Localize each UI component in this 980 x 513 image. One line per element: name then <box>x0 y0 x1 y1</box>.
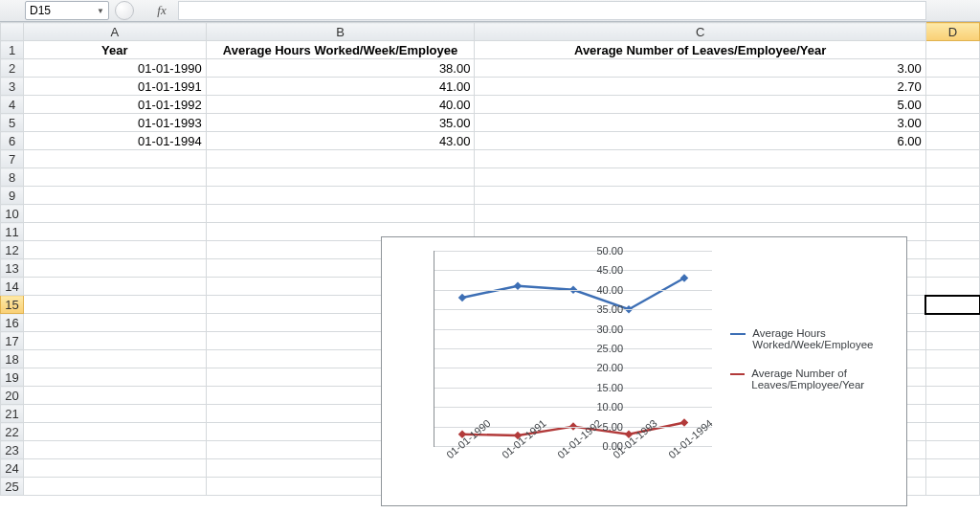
row-header-21[interactable]: 21 <box>1 405 24 423</box>
cell-D22[interactable] <box>925 423 979 441</box>
cell-D7[interactable] <box>925 150 979 168</box>
cell-A23[interactable] <box>24 441 207 459</box>
cell-B5[interactable]: 35.00 <box>206 114 475 132</box>
cell-A25[interactable] <box>24 478 207 496</box>
cell-D5[interactable] <box>925 114 979 132</box>
cell-D11[interactable] <box>925 223 979 241</box>
cancel-icon[interactable] <box>115 1 134 20</box>
cell-B10[interactable] <box>206 205 475 223</box>
chart[interactable]: Average Hours Worked/Week/Employee Avera… <box>381 236 907 506</box>
cell-A16[interactable] <box>24 314 207 332</box>
cell-B8[interactable] <box>206 168 475 187</box>
cell-B7[interactable] <box>206 150 475 168</box>
cell-A12[interactable] <box>24 241 207 259</box>
row-header-17[interactable]: 17 <box>1 332 24 350</box>
cell-D9[interactable] <box>925 187 979 205</box>
cell-D1[interactable] <box>925 41 979 59</box>
cell-A20[interactable] <box>24 387 207 405</box>
cell-B1[interactable]: Average Hours Worked/Week/Employee <box>206 41 475 59</box>
row-header-3[interactable]: 3 <box>1 78 24 96</box>
cell-C6[interactable]: 6.00 <box>475 132 925 150</box>
cell-B4[interactable]: 40.00 <box>206 96 475 114</box>
cell-C4[interactable]: 5.00 <box>475 96 925 114</box>
cell-A1[interactable]: Year <box>24 41 207 59</box>
cell-D21[interactable] <box>925 405 979 423</box>
cell-D14[interactable] <box>925 278 979 296</box>
cell-A19[interactable] <box>24 368 207 387</box>
cell-A7[interactable] <box>24 150 207 168</box>
row-header-4[interactable]: 4 <box>1 96 24 114</box>
cell-B3[interactable]: 41.00 <box>206 78 475 96</box>
cell-C9[interactable] <box>475 187 925 205</box>
row-header-2[interactable]: 2 <box>1 59 24 78</box>
row-header-6[interactable]: 6 <box>1 132 24 150</box>
row-header-19[interactable]: 19 <box>1 368 24 387</box>
row-header-20[interactable]: 20 <box>1 387 24 405</box>
name-box-dropdown-icon[interactable]: ▼ <box>97 7 104 15</box>
cell-A17[interactable] <box>24 332 207 350</box>
cell-A21[interactable] <box>24 405 207 423</box>
cell-A18[interactable] <box>24 350 207 368</box>
cell-D15[interactable] <box>925 296 979 314</box>
row-header-25[interactable]: 25 <box>1 478 24 496</box>
cell-A9[interactable] <box>24 187 207 205</box>
cell-A5[interactable]: 01-01-1993 <box>24 114 207 132</box>
cell-C1[interactable]: Average Number of Leaves/Employee/Year <box>475 41 925 59</box>
row-header-8[interactable]: 8 <box>1 168 24 187</box>
row-header-5[interactable]: 5 <box>1 114 24 132</box>
cell-A11[interactable] <box>24 223 207 241</box>
cell-D10[interactable] <box>925 205 979 223</box>
cell-A24[interactable] <box>24 459 207 478</box>
col-header-D[interactable]: D <box>925 23 979 41</box>
row-header-1[interactable]: 1 <box>1 41 24 59</box>
cell-A13[interactable] <box>24 259 207 278</box>
cell-D6[interactable] <box>925 132 979 150</box>
cell-D3[interactable] <box>925 78 979 96</box>
cell-A8[interactable] <box>24 168 207 187</box>
cell-C10[interactable] <box>475 205 925 223</box>
cell-D8[interactable] <box>925 168 979 187</box>
cell-D18[interactable] <box>925 350 979 368</box>
cell-C3[interactable]: 2.70 <box>475 78 925 96</box>
cell-A14[interactable] <box>24 278 207 296</box>
cell-A22[interactable] <box>24 423 207 441</box>
cell-D17[interactable] <box>925 332 979 350</box>
row-header-10[interactable]: 10 <box>1 205 24 223</box>
cell-D19[interactable] <box>925 368 979 387</box>
col-header-B[interactable]: B <box>206 23 475 41</box>
cell-A2[interactable]: 01-01-1990 <box>24 59 207 78</box>
row-header-9[interactable]: 9 <box>1 187 24 205</box>
cell-D16[interactable] <box>925 314 979 332</box>
cell-C8[interactable] <box>475 168 925 187</box>
cell-D4[interactable] <box>925 96 979 114</box>
cell-B6[interactable]: 43.00 <box>206 132 475 150</box>
fx-icon[interactable]: fx <box>151 3 172 18</box>
cell-C7[interactable] <box>475 150 925 168</box>
cell-D20[interactable] <box>925 387 979 405</box>
cell-B9[interactable] <box>206 187 475 205</box>
row-header-13[interactable]: 13 <box>1 259 24 278</box>
row-header-18[interactable]: 18 <box>1 350 24 368</box>
cell-A10[interactable] <box>24 205 207 223</box>
row-header-24[interactable]: 24 <box>1 459 24 478</box>
cell-D2[interactable] <box>925 59 979 78</box>
cell-C2[interactable]: 3.00 <box>475 59 925 78</box>
worksheet[interactable]: A B C D 1YearAverage Hours Worked/Week/E… <box>0 22 980 513</box>
row-header-14[interactable]: 14 <box>1 278 24 296</box>
cell-A4[interactable]: 01-01-1992 <box>24 96 207 114</box>
row-header-12[interactable]: 12 <box>1 241 24 259</box>
cell-A3[interactable]: 01-01-1991 <box>24 78 207 96</box>
cell-D13[interactable] <box>925 259 979 278</box>
cell-D12[interactable] <box>925 241 979 259</box>
row-header-16[interactable]: 16 <box>1 314 24 332</box>
row-header-15[interactable]: 15 <box>1 296 24 314</box>
col-header-A[interactable]: A <box>24 23 207 41</box>
row-header-23[interactable]: 23 <box>1 441 24 459</box>
cell-A6[interactable]: 01-01-1994 <box>24 132 207 150</box>
cell-C5[interactable]: 3.00 <box>475 114 925 132</box>
formula-input[interactable] <box>178 1 926 20</box>
row-header-11[interactable]: 11 <box>1 223 24 241</box>
cell-D23[interactable] <box>925 441 979 459</box>
cell-A15[interactable] <box>24 296 207 314</box>
select-all-corner[interactable] <box>1 23 24 41</box>
